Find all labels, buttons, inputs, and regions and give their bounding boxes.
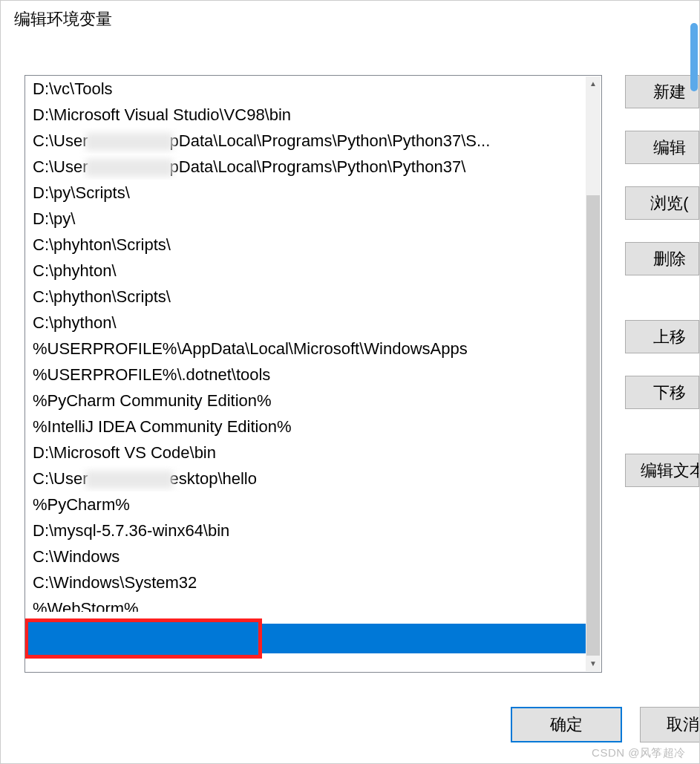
redacted-segment (85, 471, 173, 489)
cancel-button[interactable]: 取消 (640, 707, 699, 742)
edit-button[interactable]: 编辑 (625, 131, 699, 164)
list-item[interactable]: C:\Windows (25, 543, 586, 569)
move-down-button[interactable]: 下移 (625, 376, 699, 409)
list-item-text-prefix: C:\User (33, 157, 88, 176)
list-item-text-suffix: pData\Local\Programs\Python\Python37\ (170, 157, 466, 176)
delete-button[interactable]: 删除 (625, 242, 699, 275)
list-item[interactable]: D:\py\Scripts\ (25, 180, 586, 206)
move-up-button[interactable]: 上移 (625, 320, 699, 353)
edit-text-button[interactable]: 编辑文本 (625, 454, 699, 487)
list-item[interactable]: C:\phython\Scripts\ (25, 284, 586, 310)
list-item[interactable]: C:\Useresktop\hello (25, 466, 586, 492)
list-item[interactable]: D:\Microsoft VS Code\bin (25, 440, 586, 466)
list-item[interactable]: D:\vc\Tools (25, 76, 586, 102)
list-container: D:\vc\ToolsD:\Microsoft Visual Studio\VC… (24, 75, 602, 673)
list-item-text-suffix: pData\Local\Programs\Python\Python37\S..… (170, 131, 491, 150)
new-button[interactable]: 新建 (625, 75, 699, 108)
list-item[interactable]: %WebStorm% (25, 595, 586, 612)
scroll-up-icon[interactable]: ▲ (586, 76, 601, 91)
list-item[interactable]: C:\phython\ (25, 310, 586, 336)
list-item[interactable]: %USERPROFILE%\AppData\Local\Microsoft\Wi… (25, 336, 586, 362)
list-item[interactable]: %USERPROFILE%\.dotnet\tools (25, 362, 586, 388)
scroll-track[interactable] (586, 91, 601, 656)
dialog-title: 编辑环境变量 (1, 1, 699, 36)
browse-button[interactable]: 浏览( (625, 186, 699, 220)
list-item-text-prefix: C:\User (33, 469, 88, 488)
path-edit-input[interactable] (29, 626, 235, 648)
ok-button[interactable]: 确定 (511, 707, 622, 742)
selected-row[interactable] (25, 624, 586, 653)
list-item[interactable]: C:\Windows\System32 (25, 569, 586, 595)
scroll-down-icon[interactable]: ▼ (586, 656, 601, 671)
redacted-segment (85, 133, 173, 151)
list-item[interactable]: C:\UserpData\Local\Programs\Python\Pytho… (25, 128, 586, 154)
list-item-text-prefix: C:\User (33, 131, 88, 150)
list-item[interactable]: %PyCharm Community Edition% (25, 388, 586, 414)
list-item[interactable]: C:\phyhton\ (25, 258, 586, 284)
scroll-thumb[interactable] (586, 195, 600, 656)
list-item[interactable]: D:\py\ (25, 206, 586, 232)
list-item[interactable]: %PyCharm% (25, 492, 586, 518)
list-item[interactable]: %IntelliJ IDEA Community Edition% (25, 414, 586, 440)
bottom-button-group: 确定 取消 (497, 707, 699, 742)
list-item[interactable]: D:\mysql-5.7.36-winx64\bin (25, 518, 586, 543)
list-item[interactable]: C:\UserpData\Local\Programs\Python\Pytho… (25, 154, 586, 180)
page-scrollbar-thumb[interactable] (690, 23, 698, 91)
list-item-text-suffix: esktop\hello (170, 469, 257, 488)
side-button-group: 新建 编辑 浏览( 删除 上移 下移 编辑文本 (625, 75, 699, 509)
watermark: CSDN @风筝超冷 (592, 746, 686, 760)
redacted-segment (85, 159, 173, 177)
path-listbox[interactable]: D:\vc\ToolsD:\Microsoft Visual Studio\VC… (24, 75, 602, 673)
list-item[interactable]: D:\Microsoft Visual Studio\VC98\bin (25, 102, 586, 128)
listbox-scrollbar[interactable]: ▲ ▼ (586, 76, 601, 671)
list-item[interactable]: C:\phyhton\Scripts\ (25, 232, 586, 258)
